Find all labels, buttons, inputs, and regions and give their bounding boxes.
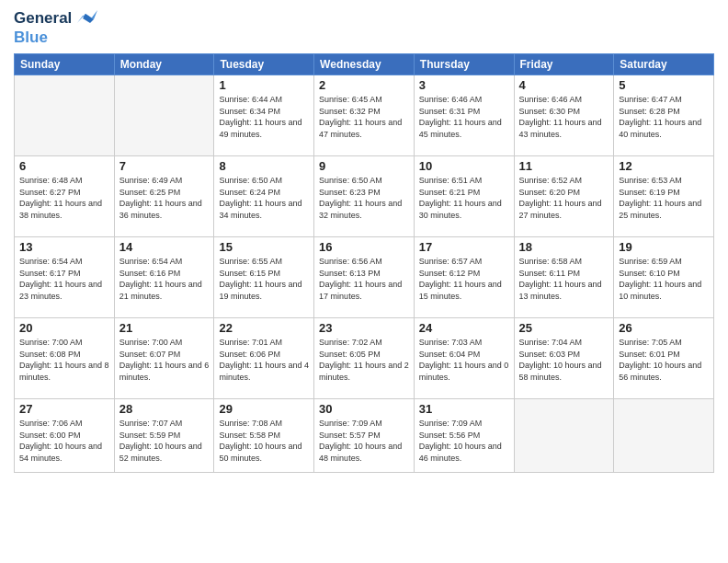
day-number: 18 xyxy=(519,240,609,254)
week-row-3: 13Sunrise: 6:54 AM Sunset: 6:17 PM Dayli… xyxy=(15,237,714,318)
day-info: Sunrise: 6:52 AM Sunset: 6:20 PM Dayligh… xyxy=(519,175,609,221)
day-number: 14 xyxy=(119,240,210,254)
calendar-cell: 31Sunrise: 7:09 AM Sunset: 5:56 PM Dayli… xyxy=(414,399,514,473)
calendar-container: General Blue SundayMondayTuesdayWednesda… xyxy=(0,0,728,563)
day-number: 22 xyxy=(219,321,309,335)
day-number: 11 xyxy=(519,159,609,173)
week-row-1: 1Sunrise: 6:44 AM Sunset: 6:34 PM Daylig… xyxy=(15,75,714,156)
weekday-header-friday: Friday xyxy=(514,54,614,75)
day-info: Sunrise: 7:01 AM Sunset: 6:06 PM Dayligh… xyxy=(219,337,309,383)
day-number: 30 xyxy=(319,402,409,416)
day-number: 26 xyxy=(619,321,709,335)
day-info: Sunrise: 6:45 AM Sunset: 6:32 PM Dayligh… xyxy=(319,94,409,140)
calendar-cell: 26Sunrise: 7:05 AM Sunset: 6:01 PM Dayli… xyxy=(614,318,714,399)
day-number: 10 xyxy=(419,159,509,173)
calendar-cell: 18Sunrise: 6:58 AM Sunset: 6:11 PM Dayli… xyxy=(514,237,614,318)
day-number: 1 xyxy=(219,78,309,92)
day-number: 15 xyxy=(219,240,309,254)
logo: General Blue xyxy=(14,9,97,46)
calendar-cell: 30Sunrise: 7:09 AM Sunset: 5:57 PM Dayli… xyxy=(314,399,415,473)
day-info: Sunrise: 7:04 AM Sunset: 6:03 PM Dayligh… xyxy=(519,337,609,383)
calendar-cell: 22Sunrise: 7:01 AM Sunset: 6:06 PM Dayli… xyxy=(214,318,314,399)
calendar-cell: 25Sunrise: 7:04 AM Sunset: 6:03 PM Dayli… xyxy=(514,318,614,399)
day-info: Sunrise: 7:09 AM Sunset: 5:56 PM Dayligh… xyxy=(419,418,509,464)
calendar-cell: 9Sunrise: 6:50 AM Sunset: 6:23 PM Daylig… xyxy=(314,156,415,237)
day-info: Sunrise: 6:51 AM Sunset: 6:21 PM Dayligh… xyxy=(419,175,509,221)
weekday-header-wednesday: Wednesday xyxy=(314,54,415,75)
header: General Blue xyxy=(14,9,714,46)
day-info: Sunrise: 7:06 AM Sunset: 6:00 PM Dayligh… xyxy=(19,418,109,464)
calendar-cell: 19Sunrise: 6:59 AM Sunset: 6:10 PM Dayli… xyxy=(614,237,714,318)
calendar-cell: 11Sunrise: 6:52 AM Sunset: 6:20 PM Dayli… xyxy=(514,156,614,237)
day-info: Sunrise: 6:57 AM Sunset: 6:12 PM Dayligh… xyxy=(419,256,509,302)
day-info: Sunrise: 7:09 AM Sunset: 5:57 PM Dayligh… xyxy=(319,418,409,464)
calendar-cell: 12Sunrise: 6:53 AM Sunset: 6:19 PM Dayli… xyxy=(614,156,714,237)
calendar-cell: 23Sunrise: 7:02 AM Sunset: 6:05 PM Dayli… xyxy=(314,318,415,399)
day-number: 29 xyxy=(219,402,309,416)
day-info: Sunrise: 7:08 AM Sunset: 5:58 PM Dayligh… xyxy=(219,418,309,464)
logo-bird-icon xyxy=(74,10,97,29)
calendar-cell: 10Sunrise: 6:51 AM Sunset: 6:21 PM Dayli… xyxy=(414,156,514,237)
day-number: 8 xyxy=(219,159,309,173)
day-number: 16 xyxy=(319,240,409,254)
week-row-5: 27Sunrise: 7:06 AM Sunset: 6:00 PM Dayli… xyxy=(15,399,714,473)
day-number: 5 xyxy=(619,78,709,92)
day-info: Sunrise: 6:54 AM Sunset: 6:17 PM Dayligh… xyxy=(19,256,109,302)
calendar-cell: 15Sunrise: 6:55 AM Sunset: 6:15 PM Dayli… xyxy=(214,237,314,318)
day-info: Sunrise: 6:46 AM Sunset: 6:31 PM Dayligh… xyxy=(419,94,509,140)
week-row-2: 6Sunrise: 6:48 AM Sunset: 6:27 PM Daylig… xyxy=(15,156,714,237)
day-info: Sunrise: 6:58 AM Sunset: 6:11 PM Dayligh… xyxy=(519,256,609,302)
calendar-cell xyxy=(514,399,614,473)
day-info: Sunrise: 6:49 AM Sunset: 6:25 PM Dayligh… xyxy=(119,175,210,221)
day-number: 7 xyxy=(119,159,210,173)
day-number: 21 xyxy=(119,321,210,335)
calendar-cell: 7Sunrise: 6:49 AM Sunset: 6:25 PM Daylig… xyxy=(114,156,214,237)
day-number: 9 xyxy=(319,159,409,173)
day-info: Sunrise: 7:02 AM Sunset: 6:05 PM Dayligh… xyxy=(319,337,409,383)
day-number: 4 xyxy=(519,78,609,92)
calendar-cell: 6Sunrise: 6:48 AM Sunset: 6:27 PM Daylig… xyxy=(15,156,115,237)
day-info: Sunrise: 6:55 AM Sunset: 6:15 PM Dayligh… xyxy=(219,256,309,302)
calendar-cell: 8Sunrise: 6:50 AM Sunset: 6:24 PM Daylig… xyxy=(214,156,314,237)
calendar-cell xyxy=(114,75,214,156)
week-row-4: 20Sunrise: 7:00 AM Sunset: 6:08 PM Dayli… xyxy=(15,318,714,399)
day-info: Sunrise: 7:00 AM Sunset: 6:07 PM Dayligh… xyxy=(119,337,210,383)
calendar-table: SundayMondayTuesdayWednesdayThursdayFrid… xyxy=(14,53,714,473)
weekday-header-monday: Monday xyxy=(114,54,214,75)
weekday-header-sunday: Sunday xyxy=(15,54,115,75)
day-number: 23 xyxy=(319,321,409,335)
day-number: 24 xyxy=(419,321,509,335)
calendar-cell: 3Sunrise: 6:46 AM Sunset: 6:31 PM Daylig… xyxy=(414,75,514,156)
weekday-header-tuesday: Tuesday xyxy=(214,54,314,75)
day-number: 31 xyxy=(419,402,509,416)
calendar-cell: 16Sunrise: 6:56 AM Sunset: 6:13 PM Dayli… xyxy=(314,237,415,318)
day-info: Sunrise: 7:07 AM Sunset: 5:59 PM Dayligh… xyxy=(119,418,210,464)
calendar-cell: 20Sunrise: 7:00 AM Sunset: 6:08 PM Dayli… xyxy=(15,318,115,399)
calendar-cell: 14Sunrise: 6:54 AM Sunset: 6:16 PM Dayli… xyxy=(114,237,214,318)
calendar-cell: 29Sunrise: 7:08 AM Sunset: 5:58 PM Dayli… xyxy=(214,399,314,473)
calendar-cell: 27Sunrise: 7:06 AM Sunset: 6:00 PM Dayli… xyxy=(15,399,115,473)
day-number: 17 xyxy=(419,240,509,254)
weekday-header-thursday: Thursday xyxy=(414,54,514,75)
day-number: 13 xyxy=(19,240,109,254)
day-info: Sunrise: 7:00 AM Sunset: 6:08 PM Dayligh… xyxy=(19,337,109,383)
logo-line2: Blue xyxy=(14,29,97,47)
day-info: Sunrise: 6:44 AM Sunset: 6:34 PM Dayligh… xyxy=(219,94,309,140)
calendar-cell: 5Sunrise: 6:47 AM Sunset: 6:28 PM Daylig… xyxy=(614,75,714,156)
day-number: 19 xyxy=(619,240,709,254)
weekday-header-saturday: Saturday xyxy=(614,54,714,75)
calendar-cell xyxy=(15,75,115,156)
calendar-cell: 1Sunrise: 6:44 AM Sunset: 6:34 PM Daylig… xyxy=(214,75,314,156)
calendar-cell: 17Sunrise: 6:57 AM Sunset: 6:12 PM Dayli… xyxy=(414,237,514,318)
day-number: 20 xyxy=(19,321,109,335)
calendar-cell: 2Sunrise: 6:45 AM Sunset: 6:32 PM Daylig… xyxy=(314,75,415,156)
day-info: Sunrise: 6:59 AM Sunset: 6:10 PM Dayligh… xyxy=(619,256,709,302)
day-number: 12 xyxy=(619,159,709,173)
day-info: Sunrise: 6:47 AM Sunset: 6:28 PM Dayligh… xyxy=(619,94,709,140)
weekday-header-row: SundayMondayTuesdayWednesdayThursdayFrid… xyxy=(15,54,714,75)
day-number: 2 xyxy=(319,78,409,92)
calendar-cell xyxy=(614,399,714,473)
calendar-cell: 21Sunrise: 7:00 AM Sunset: 6:07 PM Dayli… xyxy=(114,318,214,399)
calendar-cell: 4Sunrise: 6:46 AM Sunset: 6:30 PM Daylig… xyxy=(514,75,614,156)
day-info: Sunrise: 6:46 AM Sunset: 6:30 PM Dayligh… xyxy=(519,94,609,140)
